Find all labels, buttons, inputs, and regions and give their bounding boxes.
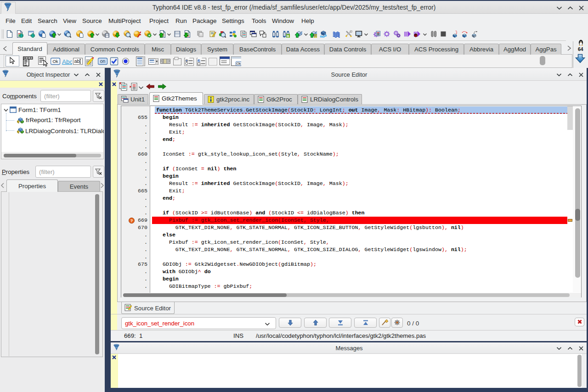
svg-text:?: ? <box>130 218 133 223</box>
svg-text:ab: ab <box>74 58 80 64</box>
svg-text:Ok: Ok <box>52 59 58 64</box>
svg-text:Abc: Abc <box>62 58 72 65</box>
svg-text:on: on <box>100 58 106 64</box>
svg-text:Ok: Ok <box>237 62 241 66</box>
svg-text:B: B <box>287 34 289 38</box>
